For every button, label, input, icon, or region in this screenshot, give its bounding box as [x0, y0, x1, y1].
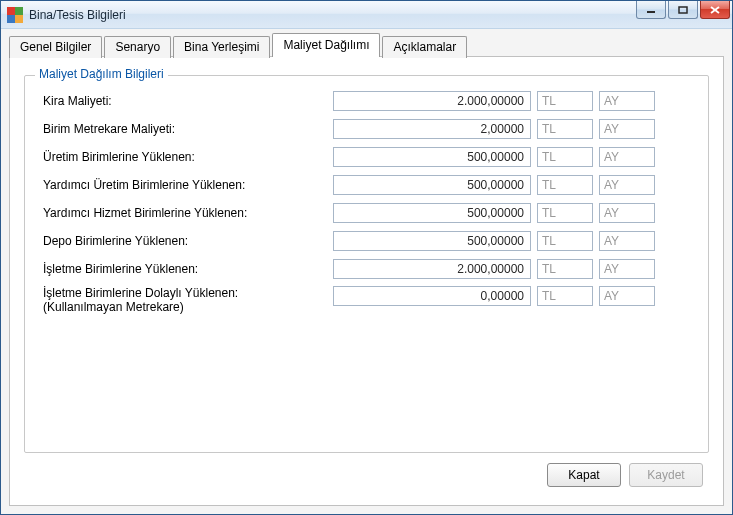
period-yardimci-uretim[interactable] — [599, 175, 655, 195]
tab-maliyet-dagilimi[interactable]: Maliyet Dağılımı — [272, 33, 380, 57]
app-window: Bina/Tesis Bilgileri Genel Bilgiler Sena… — [0, 0, 733, 515]
label-isletme-dolayli-sub: (Kullanılmayan Metrekare) — [43, 300, 333, 314]
tab-strip: Genel Bilgiler Senaryo Bina Yerleşimi Ma… — [9, 33, 724, 57]
currency-isletme-dolayli[interactable] — [537, 286, 593, 306]
row-depo-birimleri: Depo Birimlerine Yüklenen: — [43, 230, 690, 252]
period-yardimci-hizmet[interactable] — [599, 203, 655, 223]
save-button[interactable]: Kaydet — [629, 463, 703, 487]
row-kira-maliyeti: Kira Maliyeti: — [43, 90, 690, 112]
window-buttons — [634, 1, 730, 28]
input-kira-maliyeti[interactable] — [333, 91, 531, 111]
row-uretim-birimleri: Üretim Birimlerine Yüklenen: — [43, 146, 690, 168]
period-birim-metrekare[interactable] — [599, 119, 655, 139]
tab-aciklamalar[interactable]: Açıklamalar — [382, 36, 467, 58]
period-isletme-birimleri[interactable] — [599, 259, 655, 279]
tab-bina-yerlesimi[interactable]: Bina Yerleşimi — [173, 36, 270, 58]
label-yardimci-uretim: Yardımcı Üretim Birimlerine Yüklenen: — [43, 178, 333, 192]
label-isletme-dolayli: İşletme Birimlerine Dolaylı Yüklenen: (K… — [43, 286, 333, 314]
label-birim-metrekare: Birim Metrekare Maliyeti: — [43, 122, 333, 136]
currency-uretim-birimleri[interactable] — [537, 147, 593, 167]
dialog-footer: Kapat Kaydet — [24, 453, 709, 491]
tab-panel: Maliyet Dağılım Bilgileri Kira Maliyeti:… — [9, 56, 724, 506]
input-isletme-birimleri[interactable] — [333, 259, 531, 279]
client-area: Genel Bilgiler Senaryo Bina Yerleşimi Ma… — [1, 29, 732, 514]
app-icon — [7, 7, 23, 23]
period-depo-birimleri[interactable] — [599, 231, 655, 251]
window-title: Bina/Tesis Bilgileri — [29, 8, 634, 22]
input-isletme-dolayli[interactable] — [333, 286, 531, 306]
titlebar[interactable]: Bina/Tesis Bilgileri — [1, 1, 732, 29]
input-birim-metrekare[interactable] — [333, 119, 531, 139]
row-isletme-birimleri: İşletme Birimlerine Yüklenen: — [43, 258, 690, 280]
cost-distribution-group: Maliyet Dağılım Bilgileri Kira Maliyeti:… — [24, 75, 709, 453]
period-isletme-dolayli[interactable] — [599, 286, 655, 306]
row-yardimci-hizmet: Yardımcı Hizmet Birimlerine Yüklenen: — [43, 202, 690, 224]
currency-birim-metrekare[interactable] — [537, 119, 593, 139]
input-depo-birimleri[interactable] — [333, 231, 531, 251]
svg-rect-1 — [679, 7, 687, 13]
label-depo-birimleri: Depo Birimlerine Yüklenen: — [43, 234, 333, 248]
currency-yardimci-hizmet[interactable] — [537, 203, 593, 223]
label-isletme-dolayli-main: İşletme Birimlerine Dolaylı Yüklenen: — [43, 286, 238, 300]
label-isletme-birimleri: İşletme Birimlerine Yüklenen: — [43, 262, 333, 276]
close-button[interactable] — [700, 1, 730, 19]
close-dialog-button[interactable]: Kapat — [547, 463, 621, 487]
maximize-icon — [678, 6, 688, 14]
tab-senaryo[interactable]: Senaryo — [104, 36, 171, 58]
period-uretim-birimleri[interactable] — [599, 147, 655, 167]
label-uretim-birimleri: Üretim Birimlerine Yüklenen: — [43, 150, 333, 164]
currency-isletme-birimleri[interactable] — [537, 259, 593, 279]
input-yardimci-hizmet[interactable] — [333, 203, 531, 223]
minimize-icon — [646, 6, 656, 14]
maximize-button[interactable] — [668, 1, 698, 19]
close-icon — [710, 6, 720, 14]
row-birim-metrekare: Birim Metrekare Maliyeti: — [43, 118, 690, 140]
period-kira-maliyeti[interactable] — [599, 91, 655, 111]
input-yardimci-uretim[interactable] — [333, 175, 531, 195]
tab-genel-bilgiler[interactable]: Genel Bilgiler — [9, 36, 102, 58]
currency-yardimci-uretim[interactable] — [537, 175, 593, 195]
currency-depo-birimleri[interactable] — [537, 231, 593, 251]
label-yardimci-hizmet: Yardımcı Hizmet Birimlerine Yüklenen: — [43, 206, 333, 220]
row-yardimci-uretim: Yardımcı Üretim Birimlerine Yüklenen: — [43, 174, 690, 196]
label-kira-maliyeti: Kira Maliyeti: — [43, 94, 333, 108]
minimize-button[interactable] — [636, 1, 666, 19]
input-uretim-birimleri[interactable] — [333, 147, 531, 167]
row-isletme-dolayli: İşletme Birimlerine Dolaylı Yüklenen: (K… — [43, 286, 690, 318]
currency-kira-maliyeti[interactable] — [537, 91, 593, 111]
groupbox-title: Maliyet Dağılım Bilgileri — [35, 67, 168, 81]
